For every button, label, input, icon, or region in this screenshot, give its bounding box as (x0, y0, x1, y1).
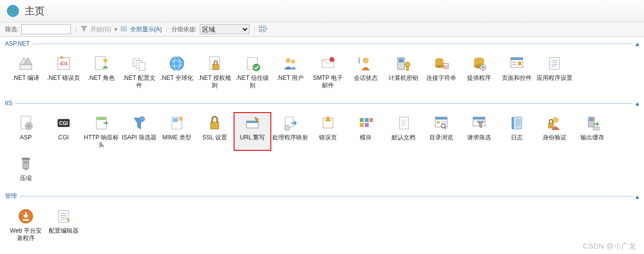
svg-rect-70 (435, 117, 447, 120)
svg-rect-84 (23, 159, 29, 169)
feature-isapi-filters[interactable]: ISAPI 筛选器 (120, 112, 158, 151)
svg-point-39 (482, 66, 484, 68)
feature-net-globalization[interactable]: .NET 全球化 (158, 53, 196, 91)
feature-configuration-editor[interactable]: 配置编辑器 (45, 205, 82, 244)
feature-net-trust[interactable]: .NET 信任级别 (234, 53, 271, 91)
feature-app-settings[interactable]: 应用程序设置 (536, 53, 573, 91)
feature-http-response-headers[interactable]: HTTP 响应标头 (82, 112, 120, 151)
svg-rect-14 (139, 63, 145, 70)
svg-rect-18 (213, 64, 219, 69)
svg-rect-86 (24, 162, 28, 163)
svg-rect-68 (400, 117, 408, 129)
svg-rect-83 (593, 127, 599, 130)
collapse-aspnet-icon[interactable]: ▴ (633, 40, 639, 48)
feature-request-filtering[interactable]: 请求筛选 (460, 112, 498, 151)
svg-rect-7 (20, 64, 32, 69)
site-globe-icon (6, 4, 20, 18)
svg-point-24 (329, 57, 334, 62)
feature-machine-key[interactable]: 计算机密钥 (385, 53, 422, 91)
svg-rect-5 (260, 29, 262, 31)
filter-input[interactable] (21, 24, 71, 34)
feature-asp[interactable]: ASP (7, 112, 45, 151)
feature-output-caching[interactable]: 输出缓存 (573, 112, 611, 151)
feature-connection-strings[interactable]: ab连接字符串 (422, 53, 460, 91)
svg-point-25 (363, 58, 369, 64)
feature-net-roles[interactable]: .NET 角色 (82, 53, 120, 91)
show-all-icon (120, 25, 127, 34)
group-title-management: 管理 (5, 192, 20, 200)
svg-rect-72 (441, 121, 446, 122)
svg-rect-29 (406, 66, 408, 70)
toolbar: 筛选: | 开始(G) ▾ 全部显示(A) | 分组依据: 区域 | (0, 22, 644, 37)
svg-point-32 (435, 65, 443, 68)
feature-default-document[interactable]: 默认文档 (385, 112, 422, 151)
svg-rect-2 (259, 26, 265, 32)
feature-smtp-email[interactable]: SMTP 电子邮件 (309, 53, 347, 91)
svg-rect-43 (512, 64, 516, 65)
view-mode-button[interactable] (259, 25, 268, 34)
groupby-select[interactable]: 区域 (200, 24, 249, 34)
svg-rect-78 (512, 117, 514, 129)
iis-items: ASP CGICGI HTTP 响应标头 ISAPI 筛选器 MIME 类型 S… (5, 107, 639, 189)
watermark: CSDN @小广龙 (583, 242, 636, 251)
aspnet-items: .NET 编译 404.NET 错误页 .NET 角色 .NET 配置文件 .N… (5, 48, 639, 96)
feature-directory-browsing[interactable]: 目录浏览 (422, 112, 460, 151)
svg-rect-67 (365, 123, 369, 127)
group-iis: IIS ▴ ASP CGICGI HTTP 响应标头 ISAPI 筛选器 MIM… (5, 99, 639, 189)
svg-rect-44 (518, 62, 521, 65)
management-items: Web 平台安装程序 配置编辑器 (5, 200, 639, 249)
feature-url-rewrite[interactable]: URL 重写 (234, 112, 271, 151)
svg-rect-65 (370, 118, 373, 122)
svg-rect-56 (211, 122, 219, 129)
svg-text:404: 404 (60, 61, 68, 66)
svg-point-79 (553, 117, 559, 123)
feature-net-error-pages[interactable]: 404.NET 错误页 (45, 53, 82, 91)
svg-point-15 (170, 57, 184, 70)
collapse-management-icon[interactable]: ▴ (633, 192, 639, 200)
feature-modules[interactable]: 模块 (347, 112, 385, 151)
svg-text:ab: ab (444, 64, 448, 68)
svg-rect-1 (121, 27, 126, 31)
svg-point-55 (179, 117, 183, 121)
feature-error-pages[interactable]: !错误页 (309, 112, 347, 151)
feature-net-authorization[interactable]: .NET 授权规则 (196, 53, 234, 91)
svg-rect-41 (511, 58, 523, 60)
svg-rect-64 (365, 118, 369, 122)
svg-rect-88 (23, 219, 29, 221)
feature-cgi[interactable]: CGICGI (45, 112, 82, 151)
feature-net-users[interactable]: .NET 用户 (271, 53, 309, 91)
svg-rect-51 (96, 117, 106, 120)
feature-net-compilation[interactable]: .NET 编译 (7, 53, 45, 91)
feature-mime-types[interactable]: MIME 类型 (158, 112, 196, 151)
svg-rect-6 (263, 29, 264, 31)
content-area: ASP.NET ▴ .NET 编译 404.NET 错误页 .NET 角色 .N… (0, 40, 644, 249)
svg-rect-42 (512, 62, 516, 63)
feature-logging[interactable]: 日志 (498, 112, 536, 151)
svg-point-0 (7, 5, 18, 16)
start-button[interactable]: 开始(G) (90, 25, 111, 34)
feature-ssl-settings[interactable]: SSL 设置 (196, 112, 234, 151)
group-title-iis: IIS (5, 100, 15, 107)
svg-point-60 (285, 126, 290, 130)
feature-providers[interactable]: 提供程序 (460, 53, 498, 91)
show-all-link[interactable]: 全部显示(A) (130, 25, 162, 34)
feature-pages-controls[interactable]: 页面和控件 (498, 53, 536, 91)
group-title-aspnet: ASP.NET (5, 40, 33, 47)
filter-label: 筛选: (5, 25, 18, 34)
feature-net-profile[interactable]: .NET 配置文件 (120, 53, 158, 91)
svg-text:CGI: CGI (59, 121, 68, 126)
feature-web-platform-installer[interactable]: Web 平台安装程序 (7, 205, 45, 244)
svg-point-52 (140, 117, 145, 122)
feature-session-state[interactable]: 会话状态 (347, 53, 385, 91)
svg-rect-27 (399, 59, 403, 63)
svg-rect-89 (59, 210, 69, 222)
svg-rect-80 (549, 123, 554, 128)
svg-text:!: ! (327, 117, 328, 122)
svg-rect-71 (437, 121, 440, 124)
svg-rect-45 (550, 58, 560, 69)
feature-compression[interactable]: 压缩 (7, 153, 45, 184)
collapse-iis-icon[interactable]: ▴ (633, 99, 639, 107)
svg-rect-85 (22, 158, 30, 160)
feature-authentication[interactable]: 身份验证 (536, 112, 573, 151)
feature-handler-mappings[interactable]: 处理程序映射 (271, 112, 309, 151)
